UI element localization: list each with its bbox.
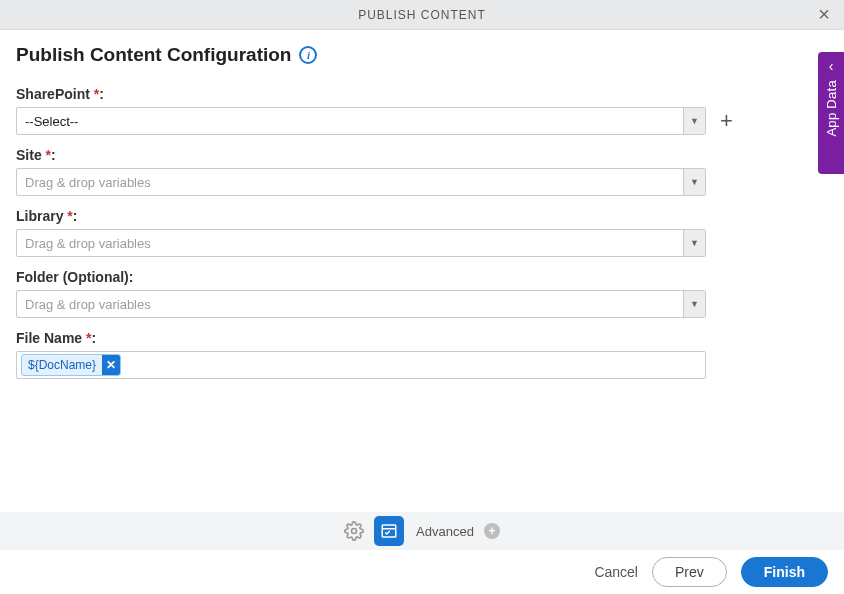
folder-label: Folder (Optional): (16, 269, 828, 285)
modal-title: PUBLISH CONTENT (358, 8, 486, 22)
library-dropdown[interactable]: Drag & drop variables ▼ (16, 229, 706, 257)
sharepoint-label: SharePoint *: (16, 86, 828, 102)
folder-dropdown[interactable]: Drag & drop variables ▼ (16, 290, 706, 318)
chevron-left-icon: ‹ (829, 58, 834, 74)
site-dropdown[interactable]: Drag & drop variables ▼ (16, 168, 706, 196)
remove-chip-icon[interactable]: ✕ (102, 355, 120, 375)
library-label: Library *: (16, 208, 828, 224)
advanced-label: Advanced (416, 524, 474, 539)
chevron-down-icon: ▼ (683, 169, 705, 195)
add-sharepoint-button[interactable]: + (716, 110, 737, 132)
page-title: Publish Content Configuration (16, 44, 291, 66)
filename-input[interactable]: ${DocName} ✕ (16, 351, 706, 379)
add-advanced-icon[interactable]: + (484, 523, 500, 539)
chevron-down-icon: ▼ (683, 230, 705, 256)
variable-chip: ${DocName} ✕ (21, 354, 121, 376)
cancel-button[interactable]: Cancel (594, 564, 638, 580)
app-data-tab[interactable]: ‹ App Data (818, 52, 844, 174)
library-placeholder: Drag & drop variables (17, 230, 683, 256)
sharepoint-dropdown[interactable]: --Select-- ▼ (16, 107, 706, 135)
field-filename: File Name *: ${DocName} ✕ (16, 330, 828, 379)
svg-point-0 (352, 529, 357, 534)
close-icon[interactable]: × (812, 3, 836, 26)
gear-icon[interactable] (344, 521, 364, 541)
chevron-down-icon: ▼ (683, 291, 705, 317)
field-site: Site *: Drag & drop variables ▼ (16, 147, 828, 196)
finish-button[interactable]: Finish (741, 557, 828, 587)
action-bar: Cancel Prev Finish (0, 550, 844, 594)
footer-toolbar: Advanced + (0, 512, 844, 550)
site-label: Site *: (16, 147, 828, 163)
modal-header: PUBLISH CONTENT × (0, 0, 844, 30)
sharepoint-value: --Select-- (17, 108, 683, 134)
field-sharepoint: SharePoint *: --Select-- ▼ + (16, 86, 828, 135)
variable-chip-label: ${DocName} (22, 356, 102, 374)
chevron-down-icon: ▼ (683, 108, 705, 134)
info-icon[interactable]: i (299, 46, 317, 64)
page-title-row: Publish Content Configuration i (16, 44, 828, 66)
site-placeholder: Drag & drop variables (17, 169, 683, 195)
app-data-label: App Data (824, 80, 839, 137)
field-folder: Folder (Optional): Drag & drop variables… (16, 269, 828, 318)
prev-button[interactable]: Prev (652, 557, 727, 587)
content-area: Publish Content Configuration i SharePoi… (0, 30, 844, 379)
field-library: Library *: Drag & drop variables ▼ (16, 208, 828, 257)
folder-placeholder: Drag & drop variables (17, 291, 683, 317)
form-view-icon[interactable] (374, 516, 404, 546)
filename-label: File Name *: (16, 330, 828, 346)
